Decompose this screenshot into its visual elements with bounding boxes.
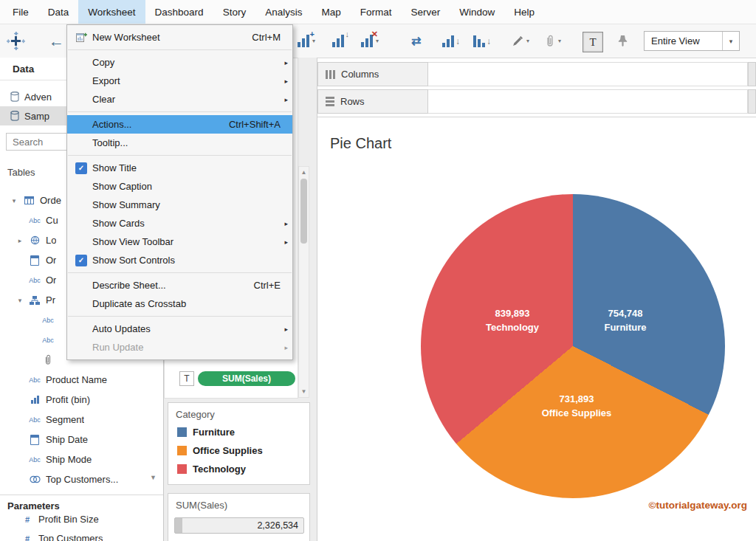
highlight-pen-icon xyxy=(512,35,523,47)
highlight-button[interactable]: ▾ xyxy=(512,30,529,52)
field-row[interactable]: Profit (bin) xyxy=(0,390,164,410)
field-row[interactable]: Abc Product Name xyxy=(0,370,164,390)
legend-item[interactable]: Office Supplies xyxy=(168,441,309,460)
number-icon: # xyxy=(21,534,34,541)
legend-item[interactable]: Technology xyxy=(168,460,309,478)
fix-axes-button[interactable] xyxy=(617,30,628,52)
menu-item-auto-updates[interactable]: Auto Updates ▸ xyxy=(67,320,292,338)
menu-format[interactable]: Format xyxy=(351,0,402,24)
cards-scrollbar[interactable]: ▲ ▼ xyxy=(298,166,309,398)
abc-icon: Abc xyxy=(28,416,41,424)
label-mark-button[interactable]: T xyxy=(179,371,194,386)
menu-item-describe-sheet[interactable]: Describe Sheet... Ctrl+E xyxy=(67,276,292,294)
sales-range-slider[interactable]: 2,326,534 xyxy=(174,517,304,534)
menu-story[interactable]: Story xyxy=(213,0,256,24)
slider-value: 2,326,534 xyxy=(257,520,298,531)
scrollbar-thumb[interactable] xyxy=(300,179,307,244)
scroll-up-icon[interactable]: ▲ xyxy=(299,169,309,176)
menu-item-show-cards[interactable]: Show Cards ▸ xyxy=(67,214,292,232)
scroll-down-icon[interactable]: ▼ xyxy=(150,474,157,481)
sort-descending-button[interactable]: ↓ xyxy=(473,30,491,52)
globe-icon xyxy=(28,235,41,245)
parameter-row[interactable]: # Top Customers xyxy=(0,528,164,541)
legend-label: Office Supplies xyxy=(193,445,263,456)
shelf-scroll-button[interactable] xyxy=(748,89,756,114)
menu-accel: Ctrl+E xyxy=(254,280,281,291)
back-arrow-icon: ← xyxy=(49,32,64,50)
menu-map[interactable]: Map xyxy=(312,0,350,24)
sort-descending-icon xyxy=(473,35,485,47)
columns-shelf[interactable] xyxy=(428,62,748,86)
legend-label: Furniture xyxy=(193,427,235,438)
attach-button[interactable]: ▾ xyxy=(545,30,561,52)
sum-sales-pill[interactable]: SUM(Sales) xyxy=(198,371,295,386)
menu-item-label: Tooltip... xyxy=(92,137,288,148)
menu-item-copy[interactable]: Copy ▸ xyxy=(67,53,292,72)
abc-icon: Abc xyxy=(28,277,41,284)
menu-item-label: Show Sort Controls xyxy=(92,255,288,266)
sum-sales-filter-card: SUM(Sales) 2,326,534 xyxy=(168,493,310,541)
menu-label: File xyxy=(13,7,29,18)
menu-item-label: New Worksheet xyxy=(92,32,252,43)
field-row[interactable]: Abc Ship Mode xyxy=(0,449,164,469)
menu-analysis[interactable]: Analysis xyxy=(255,0,312,24)
menu-label: Analysis xyxy=(265,7,302,18)
text-label-icon: T xyxy=(589,36,596,49)
menu-item-actions[interactable]: Actions... Ctrl+Shift+A xyxy=(67,115,292,134)
scroll-down-icon[interactable]: ▼ xyxy=(299,388,309,395)
pie-chart[interactable] xyxy=(421,194,725,498)
rows-shelf[interactable] xyxy=(428,89,748,114)
menu-item-show-sort-controls[interactable]: ✓ Show Sort Controls xyxy=(67,251,292,269)
menu-data[interactable]: Data xyxy=(38,0,79,24)
legend-item[interactable]: Furniture xyxy=(168,423,309,441)
field-row[interactable]: Top Customers... xyxy=(0,469,164,489)
menu-item-show-view-toolbar[interactable]: Show View Toolbar ▸ xyxy=(67,232,292,251)
menu-item-duplicate-as-crosstab[interactable]: Duplicate as Crosstab xyxy=(67,294,292,313)
show-mark-labels-button[interactable]: T xyxy=(583,32,603,52)
menu-item-export[interactable]: Export ▸ xyxy=(67,72,292,90)
menu-window[interactable]: Window xyxy=(450,0,504,24)
menu-item-show-caption[interactable]: Show Caption xyxy=(67,177,292,196)
menu-label: Server xyxy=(410,7,440,18)
menu-item-show-title[interactable]: ✓ Show Title xyxy=(67,159,292,177)
menu-server[interactable]: Server xyxy=(401,0,450,24)
tab-data-label: Data xyxy=(13,63,34,75)
calendar-icon xyxy=(28,255,41,266)
field-row[interactable]: Ship Date xyxy=(0,430,164,449)
chevron-right-icon[interactable]: ▸ xyxy=(16,237,24,244)
pie-label-name: Office Supplies xyxy=(542,406,612,420)
parameter-row[interactable]: # Profit Bin Size xyxy=(0,509,164,529)
menu-label: Map xyxy=(321,7,340,18)
undo-button[interactable]: ← xyxy=(49,30,64,52)
menu-file[interactable]: File xyxy=(3,0,38,24)
chevron-down-icon[interactable]: ▾ xyxy=(722,32,739,50)
database-icon xyxy=(10,92,19,102)
chevron-down-icon[interactable]: ▾ xyxy=(16,297,24,304)
shelf-scroll-button[interactable] xyxy=(748,62,756,86)
menu-item-label: Show Cards xyxy=(92,218,278,229)
shelves-area: Columns Rows xyxy=(317,62,756,115)
menu-item-new-worksheet[interactable]: New Worksheet Ctrl+M xyxy=(67,28,292,46)
menu-help[interactable]: Help xyxy=(504,0,544,24)
chevron-down-icon[interactable]: ▾ xyxy=(10,197,18,204)
rows-shelf-label: Rows xyxy=(317,89,428,114)
new-worksheet-button[interactable]: + ▾ xyxy=(298,30,315,52)
color-swatch xyxy=(177,446,187,455)
field-label: Top Customers... xyxy=(46,474,118,485)
menu-item-show-summary[interactable]: Show Summary xyxy=(67,196,292,214)
columns-icon xyxy=(326,70,335,79)
menu-item-label: Run Update xyxy=(92,342,278,353)
field-row[interactable]: Abc Segment xyxy=(0,410,164,430)
menu-worksheet[interactable]: Worksheet xyxy=(78,0,145,24)
tableau-logo-icon[interactable] xyxy=(6,30,26,52)
clear-sheet-button[interactable]: ✕ ▾ xyxy=(361,30,379,52)
sort-ascending-button[interactable]: ↓ xyxy=(442,30,460,52)
menu-item-clear[interactable]: Clear ▸ xyxy=(67,90,292,108)
submenu-arrow-icon: ▸ xyxy=(278,325,288,333)
duplicate-sheet-button[interactable]: ↓ xyxy=(332,30,344,52)
menu-dashboard[interactable]: Dashboard xyxy=(145,0,213,24)
tableau-logo-icon xyxy=(6,32,26,50)
swap-axes-button[interactable]: ⇄ xyxy=(411,30,421,52)
menu-item-tooltip[interactable]: Tooltip... xyxy=(67,134,292,152)
fit-selector[interactable]: Entire View ▾ xyxy=(644,31,740,51)
